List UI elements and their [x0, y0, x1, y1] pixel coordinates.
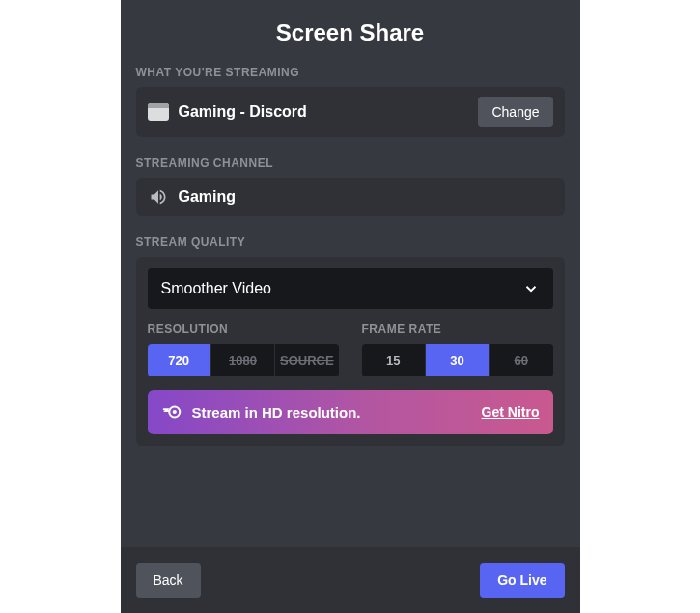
framerate-option-30[interactable]: 30 [425, 344, 489, 376]
change-button[interactable]: Change [478, 97, 552, 127]
window-icon [148, 103, 169, 121]
resolution-segment: 7201080SOURCE [148, 344, 339, 376]
quality-row: RESOLUTION 7201080SOURCE FRAME RATE 1530… [148, 322, 553, 376]
back-button[interactable]: Back [136, 563, 201, 598]
streaming-section-label: WHAT YOU'RE STREAMING [136, 66, 565, 79]
get-nitro-link[interactable]: Get Nitro [482, 404, 540, 420]
nitro-message: Stream in HD resolution. [192, 404, 472, 421]
framerate-option-60: 60 [489, 344, 552, 376]
dialog-title: Screen Share [136, 19, 565, 46]
framerate-column: FRAME RATE 153060 [362, 322, 553, 376]
resolution-option-source: SOURCE [274, 344, 338, 376]
framerate-option-15[interactable]: 15 [362, 344, 425, 376]
dialog-footer: Back Go Live [121, 547, 580, 613]
resolution-option-1080: 1080 [210, 344, 274, 376]
nitro-banner: Stream in HD resolution. Get Nitro [148, 390, 553, 434]
channel-section-label: STREAMING CHANNEL [136, 156, 565, 170]
resolution-label: RESOLUTION [148, 322, 339, 336]
quality-panel: Smoother Video RESOLUTION 7201080SOURCE … [136, 257, 565, 446]
dialog-content: Screen Share WHAT YOU'RE STREAMING Gamin… [121, 0, 580, 547]
quality-preset-selected: Smoother Video [161, 280, 271, 297]
go-live-button[interactable]: Go Live [480, 563, 564, 598]
streaming-app-panel: Gaming - Discord Change [136, 87, 565, 137]
resolution-option-720[interactable]: 720 [148, 344, 210, 376]
resolution-column: RESOLUTION 7201080SOURCE [148, 322, 339, 376]
channel-name: Gaming [179, 188, 553, 206]
screen-share-dialog: Screen Share WHAT YOU'RE STREAMING Gamin… [121, 0, 580, 613]
framerate-label: FRAME RATE [362, 322, 553, 336]
quality-section-label: STREAM QUALITY [136, 236, 565, 249]
nitro-icon [161, 402, 182, 423]
streaming-app-name: Gaming - Discord [179, 103, 469, 121]
chevron-down-icon [522, 280, 540, 297]
quality-preset-select[interactable]: Smoother Video [148, 268, 553, 309]
framerate-segment: 153060 [362, 344, 553, 376]
speaker-icon [148, 187, 169, 207]
channel-panel[interactable]: Gaming [136, 178, 565, 216]
svg-point-1 [172, 410, 176, 414]
